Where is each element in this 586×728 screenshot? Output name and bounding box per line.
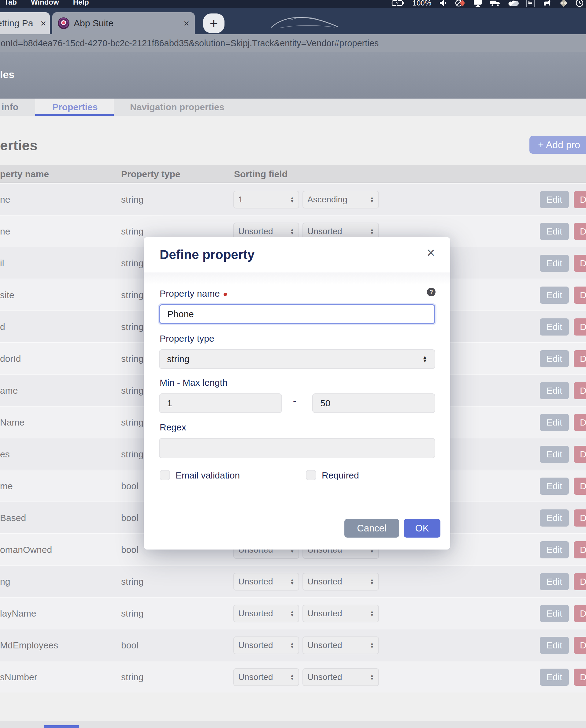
sort-field-value: Unsorted: [238, 609, 273, 619]
ok-button[interactable]: OK: [404, 519, 441, 537]
delete-button[interactable]: D: [574, 286, 586, 304]
sort-dir-value: Unsorted: [308, 672, 342, 682]
property-type-cell: bool: [121, 629, 138, 661]
menu-item-help[interactable]: Help: [73, 0, 89, 6]
do-not-disturb-icon[interactable]: [455, 0, 465, 7]
edit-button[interactable]: Edit: [540, 191, 569, 208]
delete-button[interactable]: D: [574, 669, 586, 686]
edit-button[interactable]: Edit: [540, 669, 569, 686]
delete-button[interactable]: D: [574, 382, 586, 399]
edit-button[interactable]: Edit: [540, 318, 569, 335]
property-type-cell: string: [121, 216, 143, 247]
delete-button[interactable]: D: [574, 637, 586, 654]
property-name-cell: dorId: [0, 343, 21, 375]
delete-button[interactable]: D: [574, 223, 586, 240]
edit-button[interactable]: Edit: [540, 478, 569, 495]
sort-arrows-icon: ▲▼: [290, 642, 294, 649]
tab-navigation-properties[interactable]: Navigation properties: [130, 99, 224, 116]
abp-favicon: [58, 18, 70, 29]
regex-input[interactable]: [159, 438, 435, 458]
display-icon[interactable]: [474, 0, 482, 7]
sort-direction-select[interactable]: Unsorted ▲▼: [302, 636, 379, 654]
property-name-input[interactable]: Phone: [159, 304, 435, 324]
column-header-property-name: perty name: [0, 165, 49, 183]
edit-button[interactable]: Edit: [540, 446, 569, 463]
delete-button[interactable]: D: [574, 255, 586, 272]
menu-item-tab[interactable]: Tab: [4, 0, 17, 6]
sort-arrows-icon: ▲▼: [370, 578, 374, 585]
delete-button[interactable]: D: [574, 509, 586, 527]
cloud-icon[interactable]: [508, 0, 518, 6]
property-type-cell: bool: [121, 502, 138, 534]
edit-button[interactable]: Edit: [540, 605, 569, 622]
delete-button[interactable]: D: [574, 318, 586, 335]
delete-button[interactable]: D: [574, 191, 586, 208]
delete-button[interactable]: D: [574, 605, 586, 622]
edit-button[interactable]: Edit: [540, 223, 569, 240]
volume-icon[interactable]: [439, 0, 447, 7]
edit-button[interactable]: Edit: [540, 286, 569, 304]
edit-button[interactable]: Edit: [540, 414, 569, 431]
tab-label: Abp Suite: [74, 18, 113, 28]
delete-button[interactable]: D: [574, 350, 586, 367]
min-length-input[interactable]: 1: [159, 393, 282, 413]
edit-button[interactable]: Edit: [540, 637, 569, 654]
required-checkbox[interactable]: [306, 470, 316, 480]
property-type-cell: bool: [121, 534, 138, 566]
edit-button[interactable]: Edit: [540, 255, 569, 272]
close-icon[interactable]: ×: [184, 18, 189, 28]
property-type-select[interactable]: string ▲▼: [159, 349, 435, 369]
sort-field-select[interactable]: Unsorted ▲▼: [233, 636, 299, 654]
sort-field-select[interactable]: 1 ▲▼: [233, 191, 299, 208]
sort-direction-select[interactable]: Unsorted ▲▼: [302, 573, 379, 591]
history-icon[interactable]: [576, 0, 584, 7]
truck-icon[interactable]: [490, 0, 500, 7]
sort-arrows-icon: ▲▼: [370, 196, 374, 203]
new-tab-button[interactable]: +: [203, 14, 224, 33]
browser-tab-abp-suite[interactable]: Abp Suite ×: [52, 12, 195, 34]
tab-properties[interactable]: Properties: [52, 99, 98, 116]
property-name-cell: il: [0, 247, 4, 279]
sort-field-select[interactable]: Unsorted ▲▼: [233, 668, 299, 686]
sort-field-value: Unsorted: [238, 641, 273, 650]
help-icon[interactable]: ?: [427, 288, 435, 296]
close-icon[interactable]: ×: [41, 18, 46, 28]
edit-button[interactable]: Edit: [540, 573, 569, 590]
cancel-button[interactable]: Cancel: [344, 519, 399, 537]
sync-box-icon[interactable]: [526, 0, 535, 7]
property-type-cell: string: [121, 566, 143, 598]
property-type-cell: string: [121, 343, 143, 375]
sort-field-select[interactable]: Unsorted ▲▼: [233, 605, 299, 622]
sort-direction-select[interactable]: Unsorted ▲▼: [302, 605, 379, 622]
sort-direction-select[interactable]: Ascending ▲▼: [302, 191, 379, 208]
sort-arrows-icon: ▲▼: [290, 610, 294, 617]
sort-field-value: Unsorted: [238, 672, 273, 682]
close-icon[interactable]: ×: [427, 246, 435, 259]
sort-dir-value: Unsorted: [308, 577, 342, 586]
sort-direction-select[interactable]: Unsorted ▲▼: [302, 668, 379, 686]
browser-tab-getting-started[interactable]: etting Pag ×: [0, 12, 50, 34]
battery-icon[interactable]: [392, 0, 405, 6]
bottom-bar: [0, 721, 586, 728]
max-length-input[interactable]: 50: [312, 393, 435, 413]
email-validation-checkbox[interactable]: [160, 470, 170, 480]
sort-field-select[interactable]: Unsorted ▲▼: [233, 573, 299, 591]
url-bar[interactable]: onId=b8d4ea76-15cd-4270-bc2c-2121f86abd3…: [0, 34, 586, 52]
edit-button[interactable]: Edit: [540, 541, 569, 558]
tab-info[interactable]: info: [2, 99, 18, 116]
delete-button[interactable]: D: [574, 414, 586, 431]
menu-item-window[interactable]: Window: [31, 0, 59, 6]
property-type-value: string: [167, 354, 189, 364]
edit-button[interactable]: Edit: [540, 350, 569, 367]
delete-button[interactable]: D: [574, 478, 586, 495]
delete-button[interactable]: D: [574, 541, 586, 558]
diamond-icon[interactable]: [560, 0, 568, 7]
property-name-cell: site: [0, 279, 15, 311]
add-property-button[interactable]: + Add pro: [529, 136, 586, 154]
delete-button[interactable]: D: [574, 446, 586, 463]
dog-icon[interactable]: [542, 0, 552, 7]
edit-button[interactable]: Edit: [540, 382, 569, 399]
edit-button[interactable]: Edit: [540, 509, 569, 527]
modal-body: Property name ? Phone Property type stri…: [144, 273, 450, 550]
delete-button[interactable]: D: [574, 573, 586, 590]
